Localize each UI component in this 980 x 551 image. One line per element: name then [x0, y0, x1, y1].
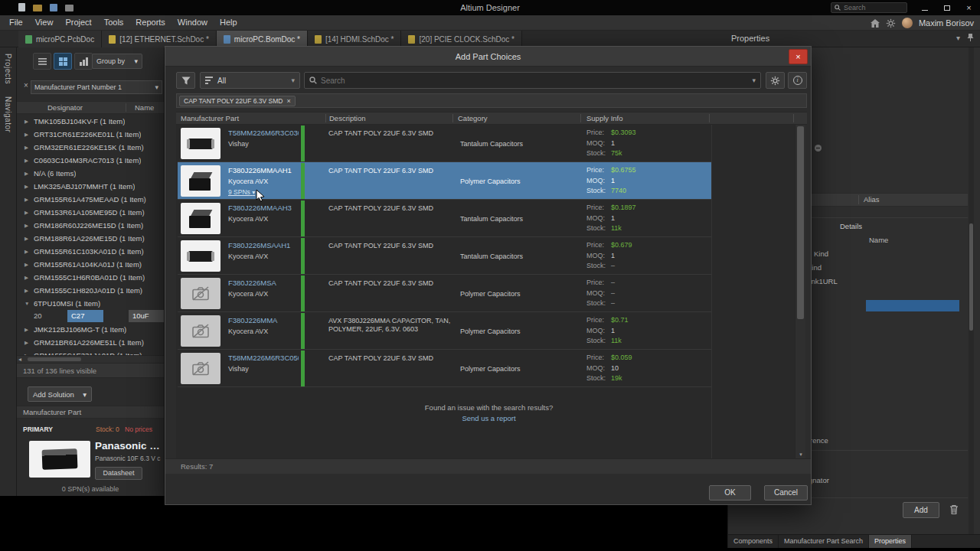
collapse-arrow-icon[interactable]: ▼ — [24, 301, 31, 306]
clear-filter-icon[interactable]: × — [21, 81, 31, 90]
document-tab[interactable]: [12] ETHERNET.SchDoc * — [102, 31, 217, 47]
mpn-group-row[interactable]: ▶ ▼ GRM155R61A475MEAAD (1 Item) — [17, 193, 164, 206]
manufacturer-part-link[interactable]: T58MM226M6R3C050 — [228, 354, 299, 362]
trash-icon[interactable] — [949, 504, 959, 515]
datasheet-button[interactable]: Datasheet — [95, 467, 142, 480]
bom-column-headers[interactable]: Designator Name — [17, 101, 164, 114]
search-settings-button[interactable] — [766, 72, 785, 89]
bom-line-row[interactable]: 20 C27 10uF — [17, 310, 164, 323]
panel-tab[interactable]: Manufacturer Part Search — [779, 535, 869, 548]
manufacturer-part-link[interactable]: F380J226MMAAH1 — [228, 166, 299, 174]
add-button[interactable]: Add — [903, 502, 939, 518]
designator-column-header[interactable]: Designator — [47, 103, 83, 112]
global-search[interactable] — [831, 2, 907, 13]
results-column-headers[interactable]: Manufacturer Part Description Category S… — [176, 112, 807, 125]
expand-arrow-icon[interactable]: ▶ — [24, 275, 31, 281]
info-button[interactable]: i — [788, 72, 807, 89]
mpn-group-row[interactable]: ▶ ▼ GRT31CR61E226KE01L (1 Item) — [17, 128, 164, 141]
properties-scrollbar[interactable] — [969, 47, 974, 534]
scrollbar-thumb[interactable] — [797, 126, 804, 319]
menu-item[interactable]: Help — [214, 15, 243, 31]
mpn-group-row[interactable]: ▶ ▼ 6TPU10MSI (1 Item) — [17, 297, 164, 310]
column-manufacturer-part[interactable]: Manufacturer Part — [181, 114, 239, 122]
result-row[interactable]: F380J226MSAAH1 Kyocera AVX CAP TANT POLY… — [178, 237, 711, 275]
menu-item[interactable]: Project — [59, 15, 97, 31]
horizontal-scrollbar[interactable]: ◂ — [17, 355, 164, 363]
menu-item[interactable]: Reports — [129, 15, 172, 31]
filter-button[interactable] — [176, 72, 195, 89]
dialog-close-button[interactable]: × — [789, 49, 808, 64]
details-label[interactable]: Details — [840, 222, 862, 230]
manufacturer-part-link[interactable]: F380J226MSAAH1 — [228, 241, 299, 249]
user-name[interactable]: Maxim Borisov — [919, 18, 974, 28]
expand-arrow-icon[interactable]: ▶ — [24, 327, 31, 333]
panel-tab[interactable]: Components — [728, 535, 779, 548]
scroll-down-icon[interactable]: ▾ — [795, 452, 806, 458]
scrollbar-thumb[interactable] — [28, 357, 81, 361]
result-row[interactable]: F380J226MMA Kyocera AVX AVX F380J226MMA … — [178, 312, 711, 350]
expand-arrow-icon[interactable]: ▶ — [24, 236, 31, 242]
column-category[interactable]: Category — [458, 114, 488, 122]
maximize-button[interactable] — [936, 0, 958, 15]
document-tab[interactable]: [14] HDMI.SchDoc * — [308, 31, 401, 47]
column-description[interactable]: Description — [329, 114, 366, 122]
document-tab[interactable]: microPC.PcbDoc — [18, 31, 102, 47]
mpn-group-row[interactable]: ▶ ▼ GRM186R60J226ME15D (1 Item) — [17, 219, 164, 232]
group-field-dropdown[interactable]: Manufacturer Part Number 1 ▾ — [31, 80, 162, 94]
expand-arrow-icon[interactable]: ▶ — [24, 184, 31, 190]
mpn-group-row[interactable]: ▶ ▼ GRM1555C1H820JA01D (1 Item) — [17, 284, 164, 297]
expand-arrow-icon[interactable]: ▶ — [24, 119, 31, 125]
selected-value-field[interactable] — [866, 300, 959, 311]
mpn-group-row[interactable]: ▶ ▼ TMK105BJ104KV-F (1 Item) — [17, 115, 164, 128]
scrollbar-thumb[interactable] — [969, 223, 973, 331]
sidebar-tab-navigator[interactable]: Navigator — [4, 96, 12, 132]
mpn-group-row[interactable]: ▶ ▼ N/A (6 Items) — [17, 167, 164, 180]
designator-cell[interactable]: C27 — [67, 310, 103, 322]
group-by-dropdown[interactable]: Group by ▾ — [92, 54, 142, 69]
global-search-input[interactable] — [844, 4, 903, 11]
mpn-group-row[interactable]: ▶ ▼ GRM188R61A226ME15D (1 Item) — [17, 232, 164, 245]
mpn-group-row[interactable]: ▶ ▼ JMK212BJ106MG-T (1 Item) — [17, 323, 164, 336]
manufacturer-part-link[interactable]: T58MM226M6R3C030 — [228, 129, 299, 137]
mpn-group-row[interactable]: ▶ ▼ GRM21BR61A226ME51L (1 Item) — [17, 336, 164, 349]
result-row[interactable]: T58MM226M6R3C050 Vishay CAP TANT POLY 22… — [178, 350, 711, 387]
gear-icon[interactable] — [886, 18, 896, 28]
panel-tab[interactable]: Properties — [869, 535, 912, 548]
cancel-button[interactable]: Cancel — [764, 485, 808, 500]
expand-arrow-icon[interactable]: ▶ — [24, 288, 31, 294]
manufacturer-part-link[interactable]: F380J226MMA — [228, 316, 299, 324]
spns-link[interactable]: 9 SPNs ▾ — [228, 188, 255, 196]
name-cell[interactable]: 10uF — [129, 310, 164, 322]
list-view-button[interactable] — [33, 53, 51, 70]
result-row[interactable]: F380J226MMAAH3 Kyocera AVX CAP TANT POLY… — [178, 200, 711, 237]
menu-item[interactable]: Tools — [98, 15, 130, 31]
mpn-group-row[interactable]: ▶ ▼ GRM155R61A104KA01J (1 Item) — [17, 258, 164, 271]
manufacturer-part-link[interactable]: F380J226MSA — [228, 279, 299, 287]
home-icon[interactable] — [871, 19, 880, 28]
document-tab[interactable]: [20] PCIE CLOCK.SchDoc * — [401, 31, 522, 47]
mpn-group-row[interactable]: ▶ ▼ GRM1555C1H6R0BA01D (1 Item) — [17, 271, 164, 284]
add-solution-button[interactable]: Add Solution ▾ — [28, 386, 92, 402]
wrench-icon[interactable] — [814, 144, 822, 152]
close-window-button[interactable]: × — [958, 0, 980, 15]
pin-icon[interactable] — [967, 33, 974, 42]
minimize-button[interactable] — [913, 0, 936, 15]
sidebar-tab-projects[interactable]: Projects — [4, 54, 12, 84]
manufacturer-part-link[interactable]: F380J226MMAAH3 — [228, 204, 299, 212]
mpn-group-row[interactable]: ▶ ▼ GRM153R61A105ME95D (1 Item) — [17, 206, 164, 219]
source-filter-dropdown[interactable]: All ▾ — [200, 72, 300, 89]
mpn-group-row[interactable]: ▶ ▼ LMK325ABJ107MMHT (1 Item) — [17, 180, 164, 193]
remove-term-icon[interactable]: × — [286, 97, 290, 105]
expand-arrow-icon[interactable]: ▶ — [24, 197, 31, 203]
send-report-link[interactable]: Send us a report — [165, 414, 812, 422]
expand-arrow-icon[interactable]: ▶ — [24, 145, 31, 151]
ok-button[interactable]: OK — [709, 485, 751, 500]
expand-arrow-icon[interactable]: ▶ — [24, 340, 31, 346]
user-avatar[interactable] — [902, 18, 913, 28]
menu-item[interactable]: Window — [172, 15, 214, 31]
expand-arrow-icon[interactable]: ▶ — [24, 171, 31, 177]
expand-arrow-icon[interactable]: ▶ — [24, 262, 31, 268]
mpn-group-row[interactable]: ▶ ▼ C0603C104M3RAC7013 (1 Item) — [17, 154, 164, 167]
result-row[interactable]: F380J226MSA Kyocera AVX CAP TANT POLY 22… — [178, 275, 711, 312]
menu-item[interactable]: View — [29, 15, 60, 31]
